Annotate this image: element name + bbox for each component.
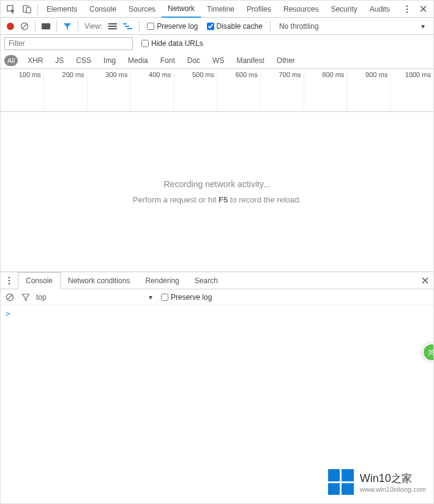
tab-profiles[interactable]: Profiles	[241, 1, 277, 17]
console-preserve-log-checkbox[interactable]: Preserve log	[157, 293, 215, 302]
tick-label: 500 ms	[192, 71, 214, 78]
svg-rect-12	[127, 28, 132, 29]
disable-cache-label: Disable cache	[217, 22, 263, 31]
drawer-tab-search[interactable]: Search	[187, 273, 226, 289]
disable-cache-checkbox[interactable]: Disable cache	[203, 22, 266, 31]
type-img[interactable]: Img	[101, 55, 118, 66]
caret-down-icon: ▾	[149, 293, 152, 302]
drawer-tab-network-conditions[interactable]: Network conditions	[61, 273, 138, 289]
device-toggle-icon[interactable]	[19, 2, 35, 17]
type-ws[interactable]: WS	[210, 55, 226, 66]
capture-screenshot-button[interactable]	[39, 20, 53, 33]
timeline-overview[interactable]: 100 ms 200 ms 300 ms 400 ms 500 ms 600 m…	[1, 69, 433, 112]
svg-point-4	[406, 8, 408, 10]
record-button[interactable]	[4, 20, 17, 33]
console-context-value: top	[36, 293, 47, 302]
empty-state-key: F5	[219, 195, 228, 204]
separator	[35, 21, 36, 32]
camera-icon	[42, 23, 50, 29]
tab-resources[interactable]: Resources	[277, 1, 324, 17]
clear-button[interactable]	[18, 20, 31, 33]
tick-label: 600 ms	[236, 71, 258, 78]
type-js[interactable]: JS	[53, 55, 66, 66]
view-waterfall-button[interactable]	[121, 20, 135, 33]
throttling-select[interactable]: No throttling ▾	[274, 22, 430, 31]
clear-icon	[6, 293, 14, 302]
svg-point-15	[9, 283, 10, 284]
type-font[interactable]: Font	[158, 55, 178, 66]
tab-console[interactable]: Console	[83, 1, 122, 17]
console-preserve-log-label: Preserve log	[171, 293, 212, 302]
type-xhr[interactable]: XHR	[25, 55, 45, 66]
svg-rect-2	[26, 7, 31, 13]
tick-label: 100 ms	[19, 71, 41, 78]
view-large-icons-button[interactable]	[106, 20, 119, 33]
console-clear-button[interactable]	[4, 292, 15, 303]
type-other[interactable]: Other	[274, 55, 297, 66]
inspect-element-icon[interactable]	[3, 2, 19, 17]
drawer-tab-rendering[interactable]: Rendering	[138, 273, 187, 289]
svg-point-13	[9, 276, 10, 278]
console-prompt: >	[6, 309, 10, 318]
console-preserve-log-input[interactable]	[161, 294, 168, 301]
panel-tabs: Elements Console Sources Network Timelin…	[40, 1, 399, 18]
type-media[interactable]: Media	[125, 55, 151, 66]
tab-sources[interactable]: Sources	[122, 1, 162, 17]
throttling-value: No throttling	[279, 22, 319, 31]
kebab-menu-icon[interactable]	[399, 2, 415, 17]
empty-state-pre: Perform a request or hit	[133, 195, 219, 204]
network-empty-state: Recording network activity... Perform a …	[1, 112, 433, 272]
separator	[139, 21, 140, 32]
request-type-filter: All XHR JS CSS Img Media Font Doc WS Man…	[1, 52, 433, 69]
tick-label: 800 ms	[322, 71, 344, 78]
tick-label: 700 ms	[279, 71, 301, 78]
drawer-tab-console[interactable]: Console	[18, 272, 61, 289]
separator	[37, 4, 38, 15]
filter-input[interactable]	[4, 37, 133, 50]
close-devtools-icon[interactable]	[415, 2, 431, 17]
record-icon	[7, 23, 14, 30]
svg-rect-10	[123, 23, 127, 24]
hide-data-urls-checkbox[interactable]: Hide data URLs	[138, 39, 207, 48]
separator	[56, 21, 57, 32]
separator	[78, 21, 78, 32]
tab-security[interactable]: Security	[324, 1, 363, 17]
tick-label: 200 ms	[62, 71, 84, 78]
preserve-log-input[interactable]	[147, 23, 154, 30]
tab-timeline[interactable]: Timeline	[201, 1, 241, 17]
funnel-icon	[21, 293, 30, 302]
notification-badge[interactable]: 39	[422, 343, 434, 361]
clear-icon	[20, 22, 29, 31]
type-manifest[interactable]: Manifest	[234, 55, 266, 66]
tab-elements[interactable]: Elements	[40, 1, 83, 17]
hide-data-urls-input[interactable]	[141, 40, 149, 47]
console-context-select[interactable]: top ▾	[36, 293, 152, 302]
console-body[interactable]: >	[1, 305, 433, 322]
caret-down-icon: ▾	[421, 22, 425, 31]
drawer-close-icon[interactable]	[416, 277, 433, 284]
type-css[interactable]: CSS	[73, 55, 94, 66]
type-doc[interactable]: Doc	[185, 55, 203, 66]
separator	[270, 21, 271, 32]
svg-point-14	[9, 280, 10, 281]
preserve-log-checkbox[interactable]: Preserve log	[143, 22, 201, 31]
svg-point-3	[406, 5, 408, 7]
funnel-icon	[63, 22, 72, 31]
filter-toggle-button[interactable]	[61, 20, 74, 33]
console-filter-button[interactable]	[20, 292, 31, 303]
empty-state-line1: Recording network activity...	[163, 179, 270, 189]
tab-audits[interactable]: Audits	[364, 1, 396, 17]
preserve-log-label: Preserve log	[157, 22, 198, 31]
type-all[interactable]: All	[4, 55, 18, 66]
tab-network[interactable]: Network	[162, 1, 201, 18]
disable-cache-input[interactable]	[207, 23, 214, 30]
drawer-kebab-icon[interactable]	[1, 276, 18, 285]
waterfall-icon	[123, 23, 133, 30]
svg-rect-11	[125, 26, 129, 27]
tick-label: 900 ms	[365, 71, 387, 78]
watermark-title: Win10之家	[360, 472, 426, 486]
list-icon	[108, 23, 117, 30]
tick-label: 1000 ms	[405, 71, 431, 78]
svg-rect-8	[108, 26, 117, 27]
svg-point-5	[406, 11, 408, 13]
